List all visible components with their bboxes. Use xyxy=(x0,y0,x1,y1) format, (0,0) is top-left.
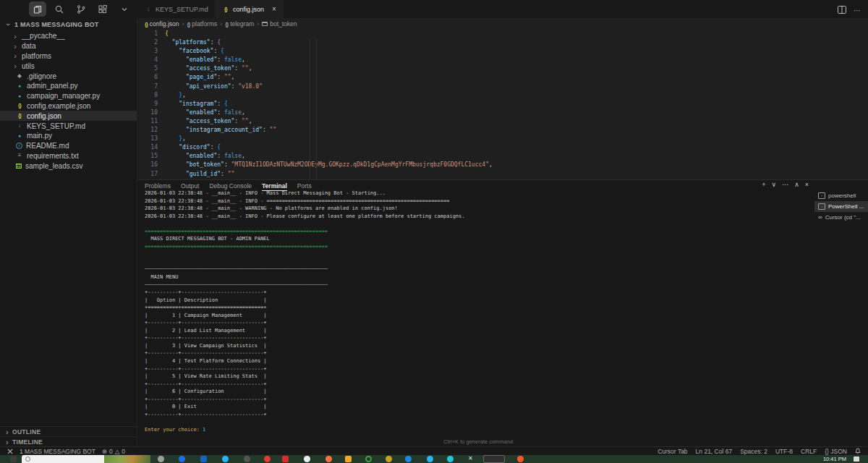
breadcrumb-item-config.json[interactable]: {}config.json xyxy=(145,20,179,27)
terminal-output[interactable]: 2026-01-03 22:38:48 - __main__ - INFO - … xyxy=(145,190,465,434)
tab-config.json[interactable]: {}config.json× xyxy=(216,0,284,18)
launch-profile-chevron-icon[interactable]: ∨ xyxy=(772,181,777,188)
code-line[interactable]: 3 "facebook": { xyxy=(138,47,868,56)
split-editor-icon[interactable] xyxy=(838,4,846,17)
code-line[interactable]: 16 "bot_token": "MTQ1NzI1ODAzNTUwNzM2ODE… xyxy=(138,161,868,169)
more-chevron-icon[interactable] xyxy=(116,1,133,17)
extensions-icon[interactable] xyxy=(94,1,111,17)
status-item-ln-21-col-67[interactable]: Ln 21, Col 67 xyxy=(696,448,733,455)
breadcrumb-item-telegram[interactable]: {}telegram xyxy=(225,20,254,27)
status-item-spaces-2[interactable]: Spaces: 2 xyxy=(740,448,767,455)
file-label: config.example.json xyxy=(27,102,90,110)
code-line[interactable]: 13 }, xyxy=(138,135,868,143)
code-line[interactable]: 9 "instagram": { xyxy=(138,100,868,109)
app-icon-14[interactable] xyxy=(447,456,454,462)
status-item-cursor-tab[interactable]: Cursor Tab xyxy=(658,448,687,455)
app-icon-5[interactable] xyxy=(244,456,250,462)
code-line[interactable]: 14 "discord": { xyxy=(138,143,868,152)
code-line[interactable]: 5 "access_token": "", xyxy=(138,64,868,73)
file-item-config.json[interactable]: {}config.json xyxy=(0,111,137,121)
terminal-line: 2026-01-03 22:38:48 - __main__ - WARNING… xyxy=(145,205,465,213)
code-text: }, xyxy=(165,135,186,143)
app-icon-10[interactable] xyxy=(365,456,372,462)
maximize-panel-icon[interactable]: ∧ xyxy=(794,181,799,188)
status-item-utf-8[interactable]: UTF-8 xyxy=(775,448,793,455)
start-button[interactable] xyxy=(10,456,17,462)
terminal-instance-powershell[interactable]: ›powershell xyxy=(814,190,868,201)
code-line[interactable]: 11 "access_token": "", xyxy=(138,117,868,126)
bell-icon[interactable] xyxy=(855,448,861,454)
app-icon-13[interactable] xyxy=(427,456,433,462)
taskbar-search-box[interactable] xyxy=(22,455,150,463)
close-icon[interactable]: × xyxy=(272,5,276,13)
file-item-README.md[interactable]: iREADME.md xyxy=(0,141,137,151)
code-line[interactable]: 15 "enabled": false, xyxy=(138,152,868,161)
terminal-instance-powershell[interactable]: ›PowerShell ... xyxy=(814,201,868,212)
app-icon-16[interactable] xyxy=(517,456,524,462)
breadcrumb-item-platforms[interactable]: {}platforms xyxy=(187,20,217,27)
search-icon[interactable] xyxy=(51,1,68,17)
terminal-instance-cursor[interactable]: ∞Cursor (cd "... xyxy=(814,212,868,223)
app-icon-8[interactable] xyxy=(304,456,310,462)
app-icon-12[interactable] xyxy=(405,456,412,462)
terminal-line: ────────────────────────────────────────… xyxy=(145,281,465,289)
code-line[interactable]: 1{ xyxy=(138,30,868,38)
editor-code-area[interactable]: 1{2 "platforms": {3 "facebook": {4 "enab… xyxy=(138,30,868,179)
file-item-KEYS_SETUP.md[interactable]: ↓KEYS_SETUP.md xyxy=(0,121,137,131)
file-item-admin_panel.py[interactable]: ●admin_panel.py xyxy=(0,81,137,91)
code-line[interactable]: 12 "instagram_account_id": "" xyxy=(138,126,868,135)
problems-status[interactable]: ⊗ 0 △ 0 xyxy=(102,448,125,455)
app-icon-15[interactable]: ✕ xyxy=(468,455,473,462)
app-icon-1[interactable] xyxy=(158,456,164,462)
csv-icon xyxy=(16,163,22,169)
code-line[interactable]: 17 "guild_id": "" xyxy=(138,170,868,179)
sidebar-section-timeline[interactable]: › TIMELINE xyxy=(0,436,137,446)
taskbar-clock[interactable]: 10:41 PM xyxy=(823,456,846,462)
folder-item-data[interactable]: ›data xyxy=(0,41,137,51)
remote-icon[interactable] xyxy=(7,449,13,454)
folder-item-utils[interactable]: ›utils xyxy=(0,61,137,71)
file-item-sample_leads.csv[interactable]: sample_leads.csv xyxy=(0,161,137,171)
status-item--json[interactable]: {} JSON xyxy=(825,448,847,455)
status-project[interactable]: 1 MASS MESSAGING BOT xyxy=(20,448,95,455)
app-icon-7[interactable] xyxy=(282,456,289,462)
file-item-requirements.txt[interactable]: ≡requirements.txt xyxy=(0,151,137,161)
more-actions-icon[interactable]: ⋯ xyxy=(854,7,861,14)
folder-item-__pycache__[interactable]: ›__pycache__ xyxy=(0,31,137,41)
code-line[interactable]: 10 "enabled": false, xyxy=(138,109,868,117)
file-item-config.example.json[interactable]: {}config.example.json xyxy=(0,101,137,111)
app-icon-9[interactable] xyxy=(326,456,332,462)
folder-item-platforms[interactable]: ›platforms xyxy=(0,51,137,61)
explorer-icon[interactable] xyxy=(29,1,46,17)
sidebar-section-outline[interactable]: › OUTLINE xyxy=(0,426,137,436)
app-icon-active-window[interactable] xyxy=(483,455,505,463)
app-icon-4[interactable] xyxy=(222,456,229,462)
code-line[interactable]: 6 "page_id": "", xyxy=(138,73,868,82)
panel-actions: +∨⋯∧× xyxy=(762,181,809,188)
app-icon-6[interactable] xyxy=(264,456,271,462)
close-panel-icon[interactable]: × xyxy=(805,181,809,188)
app-icon-11[interactable] xyxy=(386,456,392,462)
app-icon-2[interactable] xyxy=(179,456,185,462)
app-icon-folder[interactable] xyxy=(345,456,352,462)
breadcrumb-item-bot_token[interactable]: bot_token xyxy=(262,20,297,27)
file-item-campaign_manager.py[interactable]: ●campaign_manager.py xyxy=(0,91,137,101)
code-line[interactable]: 2 "platforms": { xyxy=(138,38,868,47)
source-control-icon[interactable] xyxy=(72,1,90,17)
file-item-main.py[interactable]: ●main.py xyxy=(0,131,137,141)
more-actions-icon[interactable]: ⋯ xyxy=(782,181,788,188)
tab-KEYS_SETUP.md[interactable]: ↓KEYS_SETUP.md xyxy=(138,0,216,18)
code-line[interactable]: 8 }, xyxy=(138,91,868,100)
search-icon xyxy=(25,456,30,462)
project-section-header[interactable]: › 1 MASS MESSAGING BOT xyxy=(0,18,137,30)
app-icon-3[interactable] xyxy=(200,456,207,462)
code-line[interactable]: 7 "api_version": "v18.0" xyxy=(138,82,868,91)
outline-label: OUTLINE xyxy=(12,428,41,436)
git-icon: ◆ xyxy=(16,72,23,80)
notification-icon[interactable] xyxy=(854,456,859,462)
status-item-crlf[interactable]: CRLF xyxy=(801,448,817,455)
code-line[interactable]: 4 "enabled": false, xyxy=(138,56,868,64)
code-text: "access_token": "", xyxy=(165,117,252,126)
file-item-.gitignore[interactable]: ◆.gitignore xyxy=(0,71,137,81)
new-terminal-icon[interactable]: + xyxy=(762,181,765,188)
